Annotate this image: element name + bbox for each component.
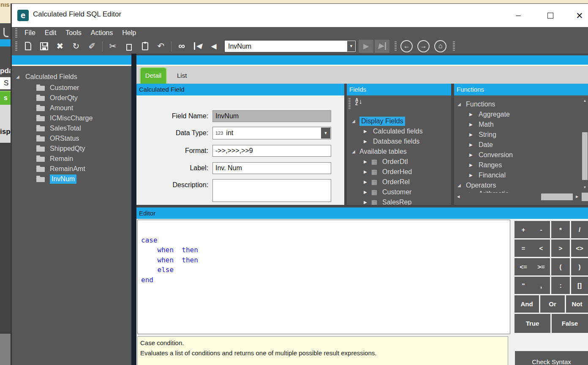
collapsed-icon[interactable] bbox=[364, 137, 367, 146]
brackets-operator-button[interactable]: [] bbox=[571, 277, 588, 294]
record-combobox-dropdown-button[interactable]: ▼ bbox=[347, 41, 355, 52]
menu-actions[interactable]: Actions bbox=[86, 29, 117, 37]
tree-node-shippedqty[interactable]: ShippedQty bbox=[12, 144, 131, 153]
next-record-button[interactable]: ▶ bbox=[359, 40, 373, 53]
tree-node-remainamt[interactable]: RemainAmt bbox=[12, 164, 131, 174]
expanded-icon[interactable] bbox=[457, 100, 461, 109]
colon-operator-button[interactable]: : bbox=[551, 277, 570, 294]
copy-button[interactable] bbox=[121, 40, 137, 52]
comma-operator-button[interactable]: , bbox=[534, 282, 548, 289]
menu-grip-handle[interactable] bbox=[15, 28, 17, 38]
or-operator-button[interactable]: Or bbox=[540, 295, 565, 313]
tree-node-orderhed[interactable]: ▦OrderHed bbox=[347, 167, 451, 177]
sql-code-text[interactable]: case when then when then else end bbox=[138, 220, 510, 290]
data-type-combobox[interactable]: 123 int ▼ bbox=[212, 127, 331, 139]
collapsed-icon[interactable] bbox=[469, 171, 473, 180]
less-than-operator-button[interactable]: < bbox=[534, 245, 548, 252]
save-button[interactable] bbox=[36, 40, 52, 52]
navigate-back-button[interactable]: ← bbox=[400, 40, 413, 52]
tree-node-calculated-fields[interactable]: Calculated fields bbox=[347, 127, 451, 136]
last-record-button[interactable]: ▶ bbox=[375, 40, 389, 53]
less-equal-operator-button[interactable]: <= bbox=[516, 263, 531, 270]
menu-file[interactable]: File bbox=[20, 29, 40, 37]
collapsed-icon[interactable] bbox=[469, 120, 473, 129]
scroll-up-button[interactable]: ▲ bbox=[582, 98, 588, 104]
expanded-icon[interactable] bbox=[16, 72, 19, 82]
expanded-icon[interactable] bbox=[457, 181, 461, 190]
tree-node-functions-root[interactable]: Functions bbox=[454, 100, 588, 109]
true-operator-button[interactable]: True bbox=[514, 314, 550, 333]
scrollbar-thumb[interactable] bbox=[541, 193, 573, 200]
tree-node-customer[interactable]: Customer bbox=[12, 83, 131, 93]
tab-list[interactable]: List bbox=[174, 67, 190, 84]
cut-button[interactable]: ✂ bbox=[105, 40, 121, 52]
sort-az-button[interactable]: AZ ↓ bbox=[355, 98, 362, 106]
tree-node-orderqty[interactable]: OrderQty bbox=[12, 93, 131, 103]
refresh-button[interactable]: ↻ bbox=[68, 40, 84, 52]
open-paren-operator-button[interactable]: ( bbox=[551, 258, 570, 275]
tree-node-orderrel[interactable]: ▦OrderRel bbox=[347, 177, 451, 187]
toolbar-grip-handle[interactable] bbox=[453, 41, 455, 51]
fields-toolbar-grip-handle[interactable] bbox=[348, 98, 351, 109]
multiply-operator-button[interactable]: * bbox=[551, 221, 570, 238]
plus-operator-button[interactable]: + bbox=[516, 226, 531, 233]
tree-node-aggregate[interactable]: Aggregate bbox=[454, 110, 588, 119]
tree-node-amount[interactable]: Amount bbox=[12, 104, 131, 113]
tree-node-ranges[interactable]: Ranges bbox=[454, 161, 588, 170]
tree-node-math[interactable]: Math bbox=[454, 120, 588, 129]
tree-node-calculated-fields-root[interactable]: Calculated Fields bbox=[12, 72, 131, 82]
first-record-button[interactable]: ◀ bbox=[190, 40, 206, 52]
quote-operator-button[interactable]: " bbox=[516, 282, 531, 289]
scroll-left-button[interactable]: ◀ bbox=[455, 193, 461, 200]
collapsed-icon[interactable] bbox=[364, 127, 367, 136]
tree-node-customer-table[interactable]: ▦Customer bbox=[347, 188, 451, 197]
check-syntax-button[interactable]: Check Syntax bbox=[515, 351, 588, 365]
tree-node-financial[interactable]: Financial bbox=[454, 171, 588, 180]
collapsed-icon[interactable] bbox=[469, 140, 473, 150]
tree-node-string[interactable]: String bbox=[454, 130, 588, 139]
minus-operator-button[interactable]: - bbox=[534, 226, 548, 233]
greater-equal-operator-button[interactable]: >= bbox=[534, 263, 548, 270]
tree-node-operators[interactable]: Operators bbox=[454, 181, 588, 190]
tree-node-orstatus[interactable]: ORStatus bbox=[12, 134, 131, 143]
tree-node-display-fields[interactable]: Display Fields bbox=[347, 117, 451, 126]
tree-node-conversion[interactable]: Conversion bbox=[454, 150, 588, 160]
home-button[interactable]: ⌂ bbox=[434, 40, 446, 52]
divide-operator-button[interactable]: / bbox=[571, 221, 588, 238]
search-binoculars-button[interactable]: ∞ bbox=[174, 40, 190, 52]
tab-detail[interactable]: Detail bbox=[140, 67, 167, 84]
label-input[interactable]: Inv. Num bbox=[212, 162, 331, 174]
greater-than-operator-button[interactable]: > bbox=[551, 240, 570, 257]
and-operator-button[interactable]: And bbox=[514, 295, 539, 313]
field-name-input[interactable]: InvNum bbox=[212, 110, 331, 122]
sql-code-editor[interactable]: case when then when then else end bbox=[137, 220, 510, 334]
expanded-icon[interactable] bbox=[352, 117, 355, 126]
tree-node-remain[interactable]: Remain bbox=[12, 154, 131, 163]
menu-help[interactable]: Help bbox=[117, 29, 141, 37]
record-combobox-value[interactable]: InvNum bbox=[225, 41, 347, 52]
record-combobox[interactable]: InvNum ▼ bbox=[224, 40, 356, 52]
maximize-button[interactable] bbox=[544, 10, 557, 22]
collapsed-icon[interactable] bbox=[469, 150, 473, 160]
menu-edit[interactable]: Edit bbox=[40, 29, 61, 37]
tree-node-orderdtl[interactable]: ▦OrderDtl bbox=[347, 157, 451, 166]
equals-operator-button[interactable]: = bbox=[516, 245, 531, 252]
functions-horizontal-scrollbar[interactable]: ◀ ▶ bbox=[455, 193, 581, 201]
undo-button[interactable]: ↶ bbox=[153, 40, 169, 52]
title-bar[interactable]: e Calculated Field SQL Editor ─ × bbox=[12, 4, 588, 27]
not-equal-operator-button[interactable]: <> bbox=[571, 240, 588, 257]
scroll-right-button[interactable]: ▶ bbox=[574, 193, 580, 200]
not-operator-button[interactable]: Not bbox=[566, 295, 588, 313]
toolbar-grip-handle[interactable] bbox=[15, 41, 17, 51]
format-input[interactable]: ->>,>>>,>>9 bbox=[212, 145, 331, 157]
menu-tools[interactable]: Tools bbox=[61, 29, 86, 37]
collapsed-icon[interactable] bbox=[364, 198, 367, 205]
close-paren-operator-button[interactable]: ) bbox=[571, 258, 588, 275]
minimize-button[interactable]: ─ bbox=[512, 10, 525, 22]
close-button[interactable]: × bbox=[573, 10, 586, 22]
data-type-dropdown-button[interactable]: ▼ bbox=[321, 128, 330, 139]
collapsed-icon[interactable] bbox=[364, 167, 367, 177]
collapsed-icon[interactable] bbox=[469, 161, 473, 170]
tree-node-date[interactable]: Date bbox=[454, 140, 588, 150]
tree-node-salestotal[interactable]: SalesTotal bbox=[12, 124, 131, 133]
